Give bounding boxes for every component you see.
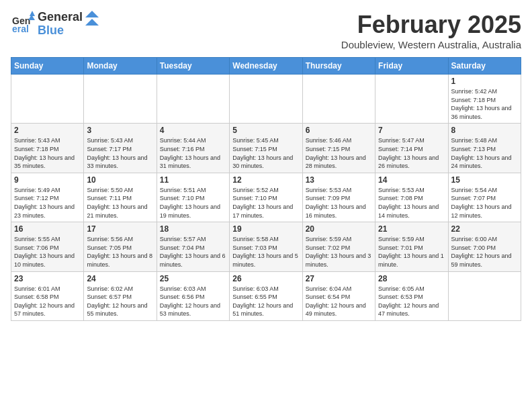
calendar-cell: 24Sunrise: 6:02 AM Sunset: 6:57 PM Dayli… — [84, 271, 157, 320]
calendar-cell: 1Sunrise: 5:42 AM Sunset: 7:18 PM Daylig… — [448, 75, 521, 124]
calendar-cell: 4Sunrise: 5:44 AM Sunset: 7:16 PM Daylig… — [157, 124, 229, 173]
day-info: Sunrise: 6:01 AM Sunset: 6:58 PM Dayligh… — [14, 285, 81, 318]
calendar-week-row: 1Sunrise: 5:42 AM Sunset: 7:18 PM Daylig… — [11, 75, 521, 124]
calendar-cell: 20Sunrise: 5:59 AM Sunset: 7:02 PM Dayli… — [302, 222, 375, 271]
calendar-cell: 22Sunrise: 6:00 AM Sunset: 7:00 PM Dayli… — [448, 222, 521, 271]
day-number: 26 — [232, 274, 299, 283]
calendar-cell: 17Sunrise: 5:56 AM Sunset: 7:05 PM Dayli… — [84, 222, 157, 271]
svg-text:eral: eral — [12, 24, 29, 34]
day-info: Sunrise: 5:47 AM Sunset: 7:14 PM Dayligh… — [378, 136, 445, 170]
day-info: Sunrise: 5:43 AM Sunset: 7:18 PM Dayligh… — [14, 136, 81, 170]
day-info: Sunrise: 6:05 AM Sunset: 6:53 PM Dayligh… — [378, 285, 445, 318]
day-info: Sunrise: 5:59 AM Sunset: 7:02 PM Dayligh… — [306, 235, 372, 269]
day-number: 24 — [87, 274, 153, 283]
calendar-cell: 6Sunrise: 5:46 AM Sunset: 7:15 PM Daylig… — [302, 124, 375, 173]
day-info: Sunrise: 5:53 AM Sunset: 7:08 PM Dayligh… — [378, 186, 445, 220]
day-info: Sunrise: 5:55 AM Sunset: 7:06 PM Dayligh… — [14, 235, 81, 269]
day-number: 5 — [232, 126, 299, 135]
weekday-header-monday: Monday — [84, 58, 157, 75]
calendar-cell — [375, 75, 448, 124]
calendar-table: SundayMondayTuesdayWednesdayThursdayFrid… — [11, 57, 521, 321]
calendar-cell: 2Sunrise: 5:43 AM Sunset: 7:18 PM Daylig… — [11, 124, 84, 173]
day-number: 10 — [87, 175, 153, 185]
month-title: February 2025 — [341, 11, 521, 39]
calendar-cell: 26Sunrise: 6:03 AM Sunset: 6:55 PM Dayli… — [230, 271, 302, 320]
logo: Gen eral General Blue — [11, 11, 99, 38]
title-section: February 2025 Doubleview, Western Austra… — [341, 11, 521, 50]
day-number: 28 — [378, 274, 445, 283]
day-number: 7 — [378, 126, 445, 135]
day-number: 20 — [306, 224, 372, 234]
calendar-cell: 15Sunrise: 5:54 AM Sunset: 7:07 PM Dayli… — [448, 173, 521, 222]
day-number: 13 — [306, 175, 372, 185]
calendar-cell: 27Sunrise: 6:04 AM Sunset: 6:54 PM Dayli… — [302, 271, 375, 320]
day-number: 9 — [14, 175, 81, 185]
day-info: Sunrise: 5:58 AM Sunset: 7:03 PM Dayligh… — [232, 235, 299, 269]
day-number: 1 — [451, 77, 518, 86]
weekday-header-thursday: Thursday — [302, 58, 375, 75]
day-info: Sunrise: 6:04 AM Sunset: 6:54 PM Dayligh… — [306, 285, 372, 318]
day-number: 11 — [160, 175, 226, 185]
calendar-cell — [11, 75, 84, 124]
calendar-cell: 25Sunrise: 6:03 AM Sunset: 6:56 PM Dayli… — [157, 271, 229, 320]
day-info: Sunrise: 5:51 AM Sunset: 7:10 PM Dayligh… — [160, 186, 226, 220]
logo-blue-text: Blue — [38, 24, 83, 38]
svg-marker-5 — [85, 19, 99, 26]
calendar-week-row: 23Sunrise: 6:01 AM Sunset: 6:58 PM Dayli… — [11, 271, 521, 320]
calendar-cell: 16Sunrise: 5:55 AM Sunset: 7:06 PM Dayli… — [11, 222, 84, 271]
day-info: Sunrise: 5:56 AM Sunset: 7:05 PM Dayligh… — [87, 235, 153, 269]
calendar-cell: 21Sunrise: 5:59 AM Sunset: 7:01 PM Dayli… — [375, 222, 448, 271]
day-number: 25 — [160, 274, 226, 283]
day-number: 21 — [378, 224, 445, 234]
weekday-header-saturday: Saturday — [448, 58, 521, 75]
day-info: Sunrise: 5:43 AM Sunset: 7:17 PM Dayligh… — [87, 136, 153, 170]
day-info: Sunrise: 5:54 AM Sunset: 7:07 PM Dayligh… — [451, 186, 518, 220]
calendar-cell: 10Sunrise: 5:50 AM Sunset: 7:11 PM Dayli… — [84, 173, 157, 222]
day-info: Sunrise: 5:42 AM Sunset: 7:18 PM Dayligh… — [451, 87, 518, 121]
day-number: 12 — [232, 175, 299, 185]
calendar-cell: 8Sunrise: 5:48 AM Sunset: 7:13 PM Daylig… — [448, 124, 521, 173]
calendar-cell — [448, 271, 521, 320]
day-number: 23 — [14, 274, 81, 283]
day-info: Sunrise: 5:57 AM Sunset: 7:04 PM Dayligh… — [160, 235, 226, 269]
calendar-week-row: 2Sunrise: 5:43 AM Sunset: 7:18 PM Daylig… — [11, 124, 521, 173]
day-info: Sunrise: 5:44 AM Sunset: 7:16 PM Dayligh… — [160, 136, 226, 170]
location-title: Doubleview, Western Australia, Australia — [341, 39, 521, 50]
logo-graphic: Gen eral — [11, 11, 35, 38]
calendar-cell: 28Sunrise: 6:05 AM Sunset: 6:53 PM Dayli… — [375, 271, 448, 320]
calendar-cell — [157, 75, 229, 124]
day-number: 15 — [451, 175, 518, 185]
weekday-header-tuesday: Tuesday — [157, 58, 229, 75]
weekday-header-sunday: Sunday — [11, 58, 84, 75]
calendar-cell — [84, 75, 157, 124]
day-number: 17 — [87, 224, 153, 234]
day-number: 4 — [160, 126, 226, 135]
calendar-cell: 13Sunrise: 5:53 AM Sunset: 7:09 PM Dayli… — [302, 173, 375, 222]
calendar-cell: 5Sunrise: 5:45 AM Sunset: 7:15 PM Daylig… — [230, 124, 302, 173]
calendar-cell: 3Sunrise: 5:43 AM Sunset: 7:17 PM Daylig… — [84, 124, 157, 173]
day-number: 19 — [232, 224, 299, 234]
day-number: 3 — [87, 126, 153, 135]
calendar-cell: 19Sunrise: 5:58 AM Sunset: 7:03 PM Dayli… — [230, 222, 302, 271]
day-info: Sunrise: 5:52 AM Sunset: 7:10 PM Dayligh… — [232, 186, 299, 220]
calendar-week-row: 9Sunrise: 5:49 AM Sunset: 7:12 PM Daylig… — [11, 173, 521, 222]
svg-marker-4 — [85, 11, 99, 17]
calendar-cell: 11Sunrise: 5:51 AM Sunset: 7:10 PM Dayli… — [157, 173, 229, 222]
calendar-cell — [230, 75, 302, 124]
day-number: 16 — [14, 224, 81, 234]
day-info: Sunrise: 5:49 AM Sunset: 7:12 PM Dayligh… — [14, 186, 81, 220]
calendar-cell: 12Sunrise: 5:52 AM Sunset: 7:10 PM Dayli… — [230, 173, 302, 222]
logo-general-text: General — [38, 11, 83, 24]
calendar-cell: 18Sunrise: 5:57 AM Sunset: 7:04 PM Dayli… — [157, 222, 229, 271]
day-number: 6 — [306, 126, 372, 135]
day-info: Sunrise: 5:46 AM Sunset: 7:15 PM Dayligh… — [306, 136, 372, 170]
day-number: 22 — [451, 224, 518, 234]
calendar-cell: 23Sunrise: 6:01 AM Sunset: 6:58 PM Dayli… — [11, 271, 84, 320]
day-info: Sunrise: 5:50 AM Sunset: 7:11 PM Dayligh… — [87, 186, 153, 220]
day-info: Sunrise: 5:48 AM Sunset: 7:13 PM Dayligh… — [451, 136, 518, 170]
day-number: 18 — [160, 224, 226, 234]
weekday-header-friday: Friday — [375, 58, 448, 75]
logo-arrow — [85, 11, 99, 38]
day-info: Sunrise: 6:03 AM Sunset: 6:56 PM Dayligh… — [160, 285, 226, 318]
day-info: Sunrise: 5:45 AM Sunset: 7:15 PM Dayligh… — [232, 136, 299, 170]
